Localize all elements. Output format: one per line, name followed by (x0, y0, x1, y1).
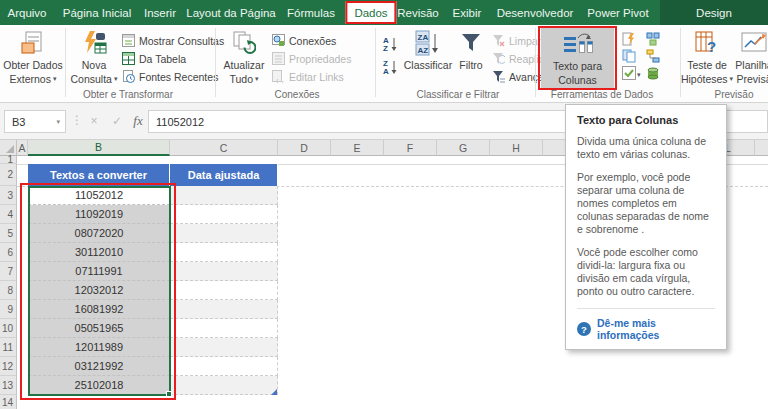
cell-b9[interactable]: 16081992 (28, 300, 170, 319)
group-label-obter-e-transformar: Obter e Transformar (83, 89, 173, 100)
col-header-e[interactable]: E (331, 140, 384, 156)
row-header[interactable]: 5 (0, 224, 17, 243)
connections-button[interactable]: Conexões (272, 32, 336, 49)
col-header-b-selected[interactable]: B (28, 140, 170, 156)
row-header[interactable]: 14 (0, 395, 17, 409)
cell-c5[interactable] (170, 224, 278, 243)
sort-az-button[interactable]: AZ (379, 33, 401, 53)
row-header[interactable]: 3 (0, 186, 17, 205)
get-external-data-button[interactable]: Obter Dados Externos▾ (3, 28, 63, 88)
tab-pagina-inicial[interactable]: Página Inicial (57, 0, 137, 25)
table-header-textos-a-converter[interactable]: Textos a converter (28, 164, 170, 186)
tooltip-paragraph: Você pode escolher como dividi-la: largu… (577, 246, 715, 298)
from-table-icon (122, 52, 135, 65)
cell-c7[interactable] (170, 262, 278, 281)
text-to-columns-icon (563, 30, 593, 58)
cell-b6[interactable]: 30112010 (28, 243, 170, 262)
filter-icon (460, 29, 482, 57)
table-header-data-ajustada[interactable]: Data ajustada (170, 164, 278, 186)
row-header[interactable]: 4 (0, 205, 17, 224)
name-box-caret-icon[interactable]: ▾ (56, 118, 60, 126)
sort-za-button[interactable]: ZA (379, 56, 401, 76)
row-header[interactable]: 6 (0, 243, 17, 262)
new-query-button[interactable]: Nova Consulta▾ (68, 28, 120, 88)
data-validation-button[interactable] (621, 65, 637, 81)
from-table-button[interactable]: Da Tabela (122, 50, 186, 67)
cell-c6[interactable] (170, 243, 278, 262)
sort-za-icon: ZA (382, 58, 398, 75)
cell-b13[interactable]: 25102018 (28, 376, 170, 395)
row-header[interactable]: 8 (0, 281, 17, 300)
row-header[interactable]: 10 (0, 319, 17, 338)
row-header[interactable]: 2 (0, 164, 17, 186)
chevron-down-icon[interactable]: ▾ (637, 70, 641, 80)
cell-c3[interactable] (170, 186, 278, 205)
tab-inserir[interactable]: Inserir (138, 0, 182, 25)
cancel-button[interactable]: × (84, 111, 104, 131)
formula-bar-divider: ⋮ (71, 113, 83, 127)
cell-c9[interactable] (170, 300, 278, 319)
tooltip-divider (577, 308, 715, 309)
sort-button[interactable]: ZAAZ Classificar (404, 28, 452, 88)
row-header[interactable]: 7 (0, 262, 17, 281)
col-header-g[interactable]: G (437, 140, 490, 156)
row-header[interactable]: 13 (0, 376, 17, 395)
cell-c8[interactable] (170, 281, 278, 300)
row-header[interactable]: 12 (0, 357, 17, 376)
manage-data-model-button[interactable] (645, 65, 661, 81)
tab-design[interactable]: Design (690, 0, 738, 25)
cell-b5[interactable]: 08072020 (28, 224, 170, 243)
refresh-all-button[interactable]: Atualizar Tudo▾ (219, 28, 269, 88)
cell-c12[interactable] (170, 357, 278, 376)
sort-dialog-icon: ZAAZ (415, 29, 441, 57)
col-header-m[interactable]: M (755, 140, 768, 156)
cell-b7[interactable]: 07111991 (28, 262, 170, 281)
fill-handle[interactable] (166, 391, 172, 397)
table-resize-handle[interactable] (271, 389, 277, 395)
row-header[interactable]: 1 (0, 156, 17, 164)
name-box[interactable]: B3 ▾ (4, 110, 66, 133)
consolidate-button[interactable] (645, 31, 661, 47)
tab-dados-active[interactable]: Dados (345, 1, 396, 24)
col-header-d[interactable]: D (278, 140, 331, 156)
col-header-f[interactable]: F (384, 140, 437, 156)
tab-layout-da-pagina[interactable]: Layout da Página (180, 0, 282, 25)
tab-arquivo[interactable]: Arquivo (2, 0, 53, 25)
col-header-h[interactable]: H (490, 140, 543, 156)
tab-formulas[interactable]: Fórmulas (281, 0, 341, 25)
cell-b12[interactable]: 03121992 (28, 357, 170, 376)
row-headers: 1 2 3 4 5 6 7 8 9 10 11 12 13 14 (0, 156, 17, 409)
cell-b4[interactable]: 11092019 (28, 205, 170, 224)
recent-sources-button[interactable]: Fontes Recentes (122, 68, 218, 85)
flash-fill-button[interactable] (621, 31, 637, 47)
cell-c10[interactable] (170, 319, 278, 338)
cell-b8[interactable]: 12032012 (28, 281, 170, 300)
filter-button[interactable]: Filtro (454, 28, 488, 88)
tell-me-more-link[interactable]: ? Dê-me mais informações (577, 317, 715, 341)
show-queries-button[interactable]: Mostrar Consultas (122, 32, 224, 49)
cell-c4[interactable] (170, 205, 278, 224)
help-question-icon: ? (577, 322, 591, 336)
insert-function-button[interactable]: fx (128, 111, 148, 131)
col-header-c[interactable]: C (170, 140, 278, 156)
group-label-ferramentas-de-dados: Ferramentas de Dados (551, 89, 653, 100)
tab-power-pivot[interactable]: Power Pivot (581, 0, 654, 25)
ribbon-tab-bar: Arquivo Página Inicial Inserir Layout da… (0, 0, 768, 25)
tab-revisao[interactable]: Revisão (391, 0, 445, 25)
text-to-columns-button[interactable]: Texto para Colunas (541, 28, 614, 88)
what-if-analysis-button[interactable]: ? Teste de Hipóteses▾ (684, 28, 730, 88)
forecast-sheet-button[interactable]: Planilha Previsã (731, 28, 768, 88)
enter-button[interactable]: ✓ (107, 111, 127, 131)
tab-desenvolvedor[interactable]: Desenvolvedor (491, 0, 580, 25)
row-header[interactable]: 9 (0, 300, 17, 319)
cell-c13[interactable] (170, 376, 278, 395)
cell-b3-active[interactable]: 11052012 (28, 186, 170, 205)
relationships-button[interactable] (645, 48, 661, 64)
remove-duplicates-button[interactable] (621, 48, 637, 64)
cell-c11[interactable] (170, 338, 278, 357)
row-header[interactable]: 11 (0, 338, 17, 357)
cell-b10[interactable]: 05051965 (28, 319, 170, 338)
tab-exibir[interactable]: Exibir (447, 0, 488, 25)
cell-b11[interactable]: 12011989 (28, 338, 170, 357)
col-header-a[interactable]: A (17, 140, 28, 156)
